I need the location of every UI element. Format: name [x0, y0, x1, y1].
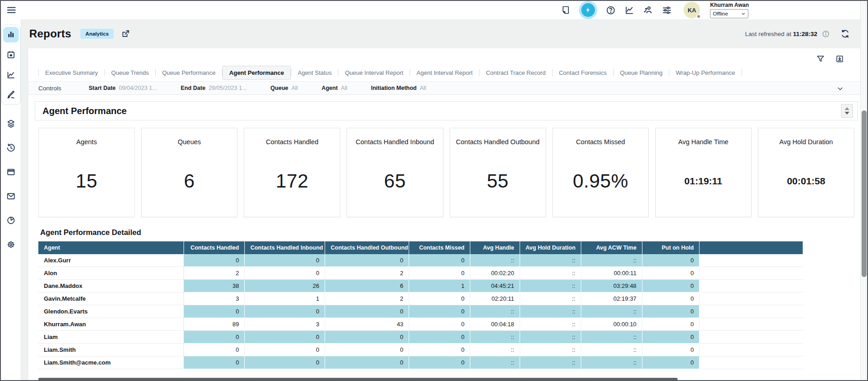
table-row-liam-smith[interactable]: Liam.Smith0000::::::0	[38, 344, 803, 356]
kpi-card-agents: Agents15	[38, 128, 135, 217]
kpi-value-wrap: 65	[384, 146, 406, 217]
tab-queue-trends[interactable]: Queue Trends	[105, 66, 155, 79]
history-icon[interactable]	[3, 140, 19, 156]
column-header-contacts-handled-inbound[interactable]: Contacts Handled Inbound	[245, 241, 325, 254]
value-cell: 0	[409, 267, 470, 280]
value-cell: 0	[409, 305, 470, 318]
line-chart-icon[interactable]	[3, 67, 19, 83]
users-icon[interactable]	[643, 5, 653, 15]
table-row-dane-maddox[interactable]: Dane.Maddox38266104:45:21::03:29:480	[38, 280, 803, 292]
tab-queue-interval-report[interactable]: Queue Interval Report	[338, 66, 410, 79]
filter-agent[interactable]: AgentAll	[321, 85, 347, 91]
value-cell: 3	[184, 292, 245, 305]
table-row-alex-gurr[interactable]: Alex.Gurr0000::::::0	[38, 254, 803, 267]
tab-contract-trace-record[interactable]: Contract Trace Record	[479, 66, 552, 79]
spinner-up-icon[interactable]	[845, 107, 849, 110]
info-icon[interactable]	[822, 30, 830, 38]
value-cell: ::	[470, 344, 520, 356]
value-cell: ::	[520, 331, 581, 344]
filter-icon[interactable]	[816, 55, 825, 63]
column-header-contacts-missed[interactable]: Contacts Missed	[409, 241, 470, 254]
table-row-glendon-evarts[interactable]: Glendon.Evarts0000::::::0	[38, 305, 803, 318]
lightning-icon[interactable]	[581, 3, 595, 17]
window-icon[interactable]	[3, 164, 19, 180]
app-window: KA Khurram Awan Offline	[0, 0, 868, 381]
kpi-label: Contacts Missed	[573, 138, 628, 146]
refresh-icon[interactable]	[841, 29, 850, 38]
filler-cell	[700, 254, 803, 267]
sliders-icon[interactable]	[662, 5, 672, 15]
tab-executive-summary[interactable]: Executive Summary	[39, 66, 105, 79]
spinner-down-icon[interactable]	[845, 112, 849, 115]
tab-wrap-up-performance[interactable]: Wrap-Up Performance	[669, 66, 742, 79]
calendar-icon[interactable]	[3, 47, 19, 63]
column-header-agent[interactable]: Agent	[38, 241, 184, 254]
filter-queue[interactable]: QueueAll	[270, 85, 298, 91]
value-cell: 0	[642, 254, 700, 267]
tab-agent-performance[interactable]: Agent Performance	[222, 66, 291, 80]
value-cell: 0	[245, 344, 325, 356]
layers-icon[interactable]	[3, 116, 19, 131]
table-row-alon[interactable]: Alon202000:02:20::00:00:110	[38, 267, 803, 280]
value-cell: 2	[325, 292, 409, 305]
kpi-value: 6	[184, 170, 195, 192]
column-header-avg-handle[interactable]: Avg Handle	[470, 241, 520, 254]
table-row-liam-smith-acme-com[interactable]: Liam.Smith@acme.com0000::::::0	[38, 356, 803, 369]
agent-name-cell: Liam	[38, 331, 184, 344]
bar-chart-icon[interactable]	[3, 27, 19, 42]
filter-end-date[interactable]: End Date29/05/2023 1...	[181, 85, 247, 91]
mail-icon[interactable]	[3, 188, 19, 204]
design-icon[interactable]	[3, 87, 19, 103]
value-cell: 2	[325, 267, 409, 280]
value-cell: ::	[520, 292, 581, 305]
hamburger-menu-icon[interactable]	[6, 5, 17, 16]
gear-icon[interactable]	[3, 237, 19, 252]
agent-name-cell: Glendon.Evarts	[38, 305, 184, 318]
table-row-liam[interactable]: Liam0000::::::0	[38, 331, 803, 344]
note-icon[interactable]	[561, 5, 570, 15]
column-header-contacts-handled[interactable]: Contacts Handled	[184, 241, 245, 254]
value-cell: ::	[520, 356, 581, 369]
download-icon[interactable]	[836, 55, 844, 63]
filter-start-date[interactable]: Start Date09/04/2023 1...	[89, 85, 157, 91]
status-select[interactable]: Offline	[710, 9, 748, 18]
value-cell: 0	[325, 305, 409, 318]
filter-initiation-method[interactable]: Initiation MethodAll	[371, 85, 426, 91]
column-header-avg-hold-duration[interactable]: Avg Hold Duration	[520, 241, 581, 254]
column-header-contacts-handled-outbound[interactable]: Contacts Handled Outbound	[325, 241, 409, 254]
content-area: Reports Analytics Last refreshed at 11:2…	[21, 19, 867, 381]
tab-agent-status[interactable]: Agent Status	[291, 66, 338, 79]
table-row-khurram-awan[interactable]: Khurram.Awan89343000:04:18::00:00:100	[38, 318, 803, 331]
avatar-initials: KA	[688, 7, 696, 14]
tab-queue-performance[interactable]: Queue Performance	[156, 66, 222, 79]
vertical-scrollbar-track[interactable]	[860, 1, 867, 380]
value-cell: 0	[409, 254, 470, 267]
agent-name-cell: Dane.Maddox	[38, 280, 184, 292]
horizontal-scrollbar[interactable]	[38, 378, 678, 381]
value-cell: 03:29:48	[581, 280, 642, 292]
value-cell: 0	[642, 292, 700, 305]
column-header-put-on-hold[interactable]: Put on Hold	[642, 241, 700, 254]
section-scroll-spinner[interactable]	[841, 104, 853, 118]
value-cell: 0	[245, 331, 325, 344]
external-link-icon[interactable]	[121, 29, 130, 38]
help-icon[interactable]	[606, 5, 615, 15]
vertical-scrollbar-thumb[interactable]	[862, 110, 867, 277]
tab-contact-forensics[interactable]: Contact Forensics	[552, 66, 613, 79]
avatar[interactable]: KA	[684, 2, 700, 18]
agent-name-cell: Alex.Gurr	[38, 254, 184, 267]
kpi-value: 172	[276, 170, 309, 192]
controls-expand-chevron-icon[interactable]	[836, 85, 844, 92]
tab-agent-interval-report[interactable]: Agent Interval Report	[410, 66, 479, 79]
tab-queue-planning[interactable]: Queue Planning	[614, 66, 669, 79]
column-header-avg-acw-time[interactable]: Avg ACW Time	[581, 241, 642, 254]
metrics-icon[interactable]	[625, 5, 634, 15]
pie-chart-icon[interactable]	[3, 213, 19, 228]
kpi-value: 65	[384, 170, 406, 192]
sidebar	[1, 19, 21, 381]
table-row-gavin-metcalfe[interactable]: Gavin.Metcalfe312002:20:11::02:19:370	[38, 292, 803, 305]
value-cell: 0	[409, 331, 470, 344]
filter-value: 29/05/2023 1...	[209, 85, 247, 91]
kpi-label: Contacts Handled Outbound	[453, 138, 542, 146]
value-cell: ::	[470, 331, 520, 344]
